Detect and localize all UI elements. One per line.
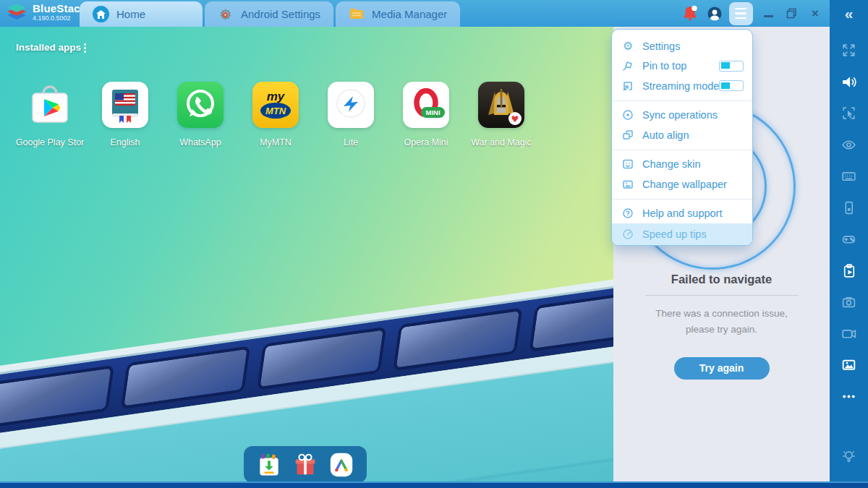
window-bottom-border	[0, 481, 868, 488]
volume-icon[interactable]	[830, 67, 868, 98]
close-icon[interactable]: ×	[805, 0, 825, 27]
home-icon	[93, 6, 109, 22]
minimize-icon[interactable]	[758, 0, 778, 27]
app-google-play[interactable]: Google Play Stor	[12, 82, 88, 147]
tab-home[interactable]: Home	[80, 1, 203, 27]
fullscreen-icon[interactable]	[830, 35, 868, 67]
change-wallpaper-icon	[621, 178, 634, 191]
svg-text:MINI: MINI	[425, 108, 440, 116]
svg-text:♥: ♥	[511, 114, 519, 124]
menu-divider	[612, 199, 752, 200]
error-message-line2: please try again.	[613, 322, 830, 338]
opera-mini-icon: MINI	[403, 82, 449, 128]
app-whatsapp[interactable]: WhatsApp	[163, 82, 238, 147]
eye-icon[interactable]	[830, 129, 868, 161]
google-play-icon	[27, 82, 73, 128]
android-gear-icon: ⚙	[218, 7, 234, 22]
app-installer-icon[interactable]	[255, 451, 283, 479]
menu-item-auto-align[interactable]: Auto align	[612, 125, 752, 145]
more-dots-icon[interactable]	[830, 381, 868, 413]
bulb-icon[interactable]	[830, 441, 868, 473]
tab-bar: Home ⚙ Android Settings Media Manager	[80, 1, 460, 27]
menu-item-change-skin[interactable]: Change skin	[612, 155, 752, 175]
tab-media-manager[interactable]: Media Manager	[336, 1, 460, 27]
tab-android-settings[interactable]: ⚙ Android Settings	[205, 1, 333, 27]
pin-to-top-toggle[interactable]	[719, 61, 744, 72]
account-icon[interactable]	[703, 0, 726, 27]
keyboard-icon[interactable]	[830, 160, 868, 192]
dock	[244, 446, 367, 483]
installed-apps-label: Installed apps	[16, 42, 81, 53]
tab-label: Media Manager	[372, 8, 447, 20]
macro-recorder-icon[interactable]	[830, 255, 868, 287]
app-mymtn[interactable]: my MTN MyMTN	[238, 82, 313, 147]
app-label: Opera Mini	[404, 137, 448, 147]
system-dropdown-menu: ⚙ Settings Pin to top Streaming mode Syn…	[611, 29, 753, 246]
menu-divider	[612, 150, 752, 150]
cursor-lock-icon[interactable]	[830, 98, 868, 129]
app-opera-mini[interactable]: MINI Opera Mini	[388, 82, 464, 147]
divider	[645, 295, 799, 296]
tab-label: Home	[116, 8, 145, 20]
sync-icon	[621, 108, 634, 121]
help-icon	[621, 207, 634, 220]
portrait-mode-icon[interactable]	[830, 192, 868, 224]
app-label: English	[111, 137, 140, 147]
streaming-icon	[621, 80, 634, 93]
auto-align-icon	[621, 129, 634, 142]
english-dictionary-icon	[102, 82, 148, 128]
app-grid: Google Play Stor	[12, 82, 539, 147]
title-bar: BlueStacks 4.190.0.5002 Home ⚙ Android S…	[0, 0, 830, 27]
app-messenger-lite[interactable]: Lite	[313, 82, 388, 147]
menu-item-change-wallpaper[interactable]: Change wallpaper	[612, 174, 752, 194]
svg-text:my: my	[267, 90, 286, 103]
menu-item-settings[interactable]: ⚙ Settings	[612, 36, 752, 56]
hamburger-menu-icon[interactable]	[728, 0, 754, 27]
gift-icon[interactable]	[292, 451, 319, 479]
notification-bell-icon[interactable]	[678, 0, 702, 27]
restore-icon[interactable]	[781, 0, 801, 27]
app-war-and-magic[interactable]: ♥ War and Magic	[464, 82, 539, 147]
error-message-block: Failed to navigate There was a connectio…	[613, 273, 830, 380]
screen-record-icon[interactable]	[830, 318, 868, 350]
right-toolbar: «	[830, 0, 868, 483]
messenger-lite-icon	[328, 82, 374, 128]
app-label: War and Magic	[471, 137, 532, 147]
menu-item-help-and-support[interactable]: Help and support	[612, 204, 752, 224]
collapse-sidebar-icon[interactable]: «	[830, 3, 868, 25]
media-manager-icon[interactable]	[830, 349, 868, 381]
folder-icon	[349, 6, 365, 23]
bluestacks-window: Installed apps Google Play Stor	[0, 0, 868, 488]
error-message-line1: There was a connection issue,	[613, 306, 830, 322]
app-english[interactable]: English	[88, 82, 163, 147]
tab-label: Android Settings	[241, 8, 320, 20]
streaming-mode-toggle[interactable]	[719, 80, 744, 91]
gamepad-icon[interactable]	[830, 223, 868, 255]
app-label: MyMTN	[260, 137, 292, 147]
bluestacks-logo-icon	[6, 2, 27, 22]
settings-gear-icon: ⚙	[621, 40, 634, 53]
desktop-home-screen: Installed apps Google Play Stor	[0, 27, 613, 483]
menu-item-speed-up-tips[interactable]: Speed up tips	[612, 223, 752, 245]
app-label: Lite	[344, 137, 358, 147]
menu-divider	[612, 100, 752, 101]
menu-item-pin-to-top[interactable]: Pin to top	[612, 56, 752, 77]
speed-up-icon	[621, 228, 634, 241]
screenshot-camera-icon[interactable]	[830, 286, 868, 318]
app-label: WhatsApp	[179, 137, 221, 147]
try-again-button[interactable]: Try again	[674, 357, 770, 380]
whatsapp-icon	[177, 82, 224, 128]
svg-text:MTN: MTN	[265, 106, 286, 116]
pin-icon	[621, 59, 634, 72]
error-title: Failed to navigate	[613, 273, 830, 286]
change-skin-icon	[621, 158, 634, 171]
war-and-magic-icon: ♥	[478, 82, 524, 128]
app-label: Google Play Stor	[16, 137, 85, 147]
menu-item-sync-operations[interactable]: Sync operations	[612, 106, 752, 126]
mymtn-icon: my MTN	[252, 82, 299, 128]
installed-apps-options-icon[interactable]	[84, 43, 86, 53]
menu-item-streaming-mode[interactable]: Streaming mode	[612, 76, 752, 96]
app-center-icon[interactable]	[328, 451, 355, 479]
